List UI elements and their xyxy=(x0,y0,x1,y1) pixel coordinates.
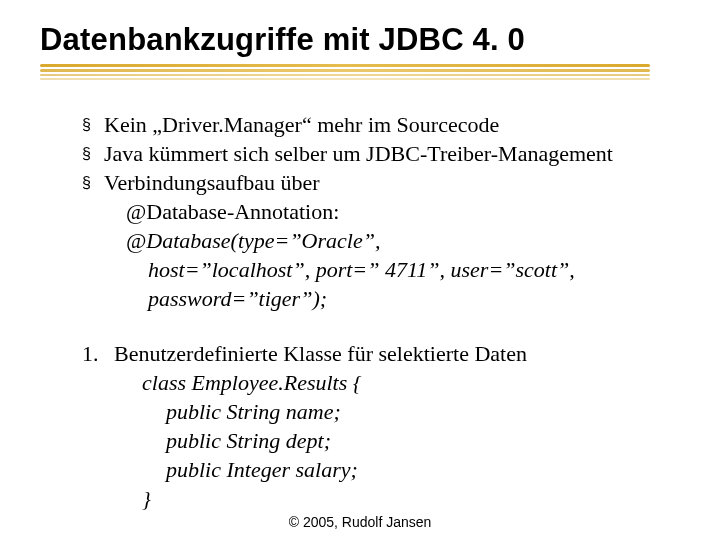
list-number: 1. xyxy=(82,339,114,368)
footer-copyright: © 2005, Rudolf Jansen xyxy=(0,514,720,530)
bullet-text: Verbindungsaufbau über @Database-Annotat… xyxy=(104,168,680,313)
bullet-sub-line: host=”localhost”, port=” 4711”, user=”sc… xyxy=(104,255,680,284)
bullet-text: Kein „Driver.Manager“ mehr im Sourcecode xyxy=(104,110,680,139)
numbered-body: Benutzerdefinierte Klasse für selektiert… xyxy=(114,339,680,513)
numbered-text: Benutzerdefinierte Klasse für selektiert… xyxy=(114,341,527,366)
bullet-item: § Kein „Driver.Manager“ mehr im Sourceco… xyxy=(82,110,680,139)
bullet-item: § Java kümmert sich selber um JDBC-Treib… xyxy=(82,139,680,168)
code-line: class Employee.Results { xyxy=(114,368,680,397)
code-line: public String dept; xyxy=(114,426,680,455)
bullet-sub-line: @Database(type=”Oracle”, xyxy=(104,226,680,255)
bullet-item: § Verbindungsaufbau über @Database-Annot… xyxy=(82,168,680,313)
square-bullet-icon: § xyxy=(82,168,104,193)
code-line: public Integer salary; xyxy=(114,455,680,484)
bullet-sub-line: @Database-Annotation: xyxy=(104,197,680,226)
bullet-list: § Kein „Driver.Manager“ mehr im Sourceco… xyxy=(82,110,680,313)
square-bullet-icon: § xyxy=(82,110,104,135)
numbered-item: 1. Benutzerdefinierte Klasse für selekti… xyxy=(82,339,680,513)
numbered-list: 1. Benutzerdefinierte Klasse für selekti… xyxy=(82,339,680,513)
bullet-text-line: Verbindungsaufbau über xyxy=(104,170,320,195)
page-title: Datenbankzugriffe mit JDBC 4. 0 xyxy=(40,22,680,58)
code-line: } xyxy=(114,484,680,513)
square-bullet-icon: § xyxy=(82,139,104,164)
content-area: § Kein „Driver.Manager“ mehr im Sourceco… xyxy=(40,110,680,513)
slide: Datenbankzugriffe mit JDBC 4. 0 § Kein „… xyxy=(0,0,720,513)
title-underline xyxy=(40,64,650,82)
bullet-text: Java kümmert sich selber um JDBC-Treiber… xyxy=(104,139,680,168)
code-line: public String name; xyxy=(114,397,680,426)
bullet-sub-line: password=”tiger”); xyxy=(104,284,680,313)
